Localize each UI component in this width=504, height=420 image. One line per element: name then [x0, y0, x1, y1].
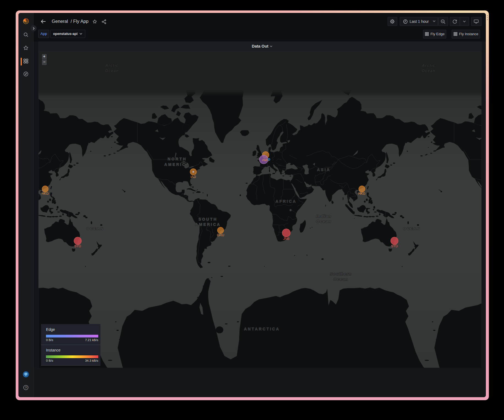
svg-text:Arctic: Arctic: [105, 64, 119, 68]
svg-text:Ocean: Ocean: [422, 69, 435, 73]
svg-text:NORTH: NORTH: [168, 157, 187, 161]
svg-text:Arctic: Arctic: [422, 64, 435, 68]
svg-text:Southern: Southern: [330, 272, 352, 276]
svg-text:SYD: SYD: [391, 244, 398, 248]
svg-text:Ocean: Ocean: [105, 69, 119, 73]
svg-text:GRU: GRU: [217, 233, 224, 237]
svg-text:Ocean: Ocean: [316, 219, 332, 224]
svg-text:HKG: HKG: [358, 192, 365, 196]
svg-text:AFRICA: AFRICA: [276, 199, 297, 204]
svg-text:SOUTH: SOUTH: [199, 217, 218, 222]
svg-text:AMERICA: AMERICA: [195, 223, 221, 227]
svg-text:Indian: Indian: [316, 214, 332, 219]
svg-text:HKG: HKG: [42, 192, 49, 196]
svg-text:IAD: IAD: [190, 175, 196, 179]
svg-text:ANTARCTICA: ANTARCTICA: [244, 327, 280, 331]
svg-text:OCEAN: OCEAN: [403, 227, 421, 231]
svg-text:Ocean: Ocean: [333, 277, 348, 282]
svg-text:?: ?: [25, 386, 27, 389]
svg-text:JNB: JNB: [283, 237, 289, 241]
svg-text:AMERICA: AMERICA: [164, 163, 190, 167]
svg-text:OCEAN: OCEAN: [86, 227, 104, 231]
svg-text:SYD: SYD: [74, 244, 81, 248]
svg-text:ASIA: ASIA: [317, 168, 330, 172]
